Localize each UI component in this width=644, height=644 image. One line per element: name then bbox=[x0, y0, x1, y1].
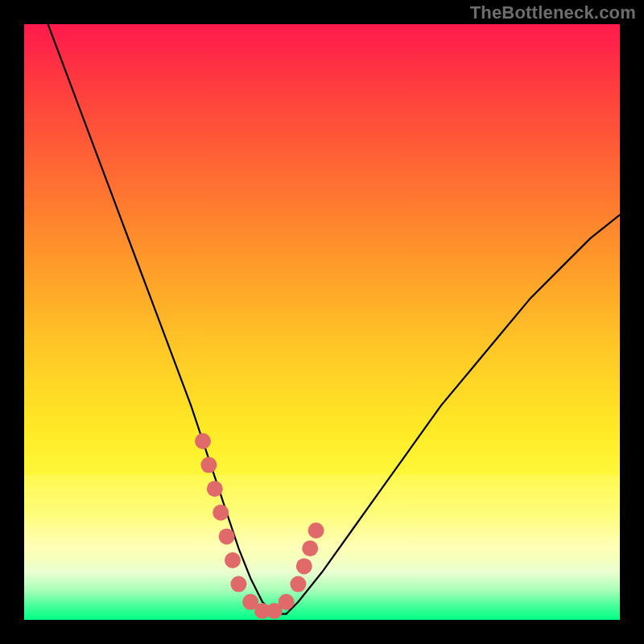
marker-dot bbox=[296, 558, 312, 574]
marker-dot bbox=[290, 576, 306, 592]
bottleneck-curve bbox=[48, 24, 620, 614]
marker-dot bbox=[279, 594, 295, 610]
marker-dot bbox=[213, 505, 229, 521]
marker-dot bbox=[230, 576, 246, 592]
marker-dots bbox=[195, 433, 324, 619]
chart-frame: TheBottleneck.com bbox=[0, 0, 644, 644]
marker-dot bbox=[302, 540, 318, 556]
watermark-text: TheBottleneck.com bbox=[470, 2, 636, 23]
marker-dot bbox=[308, 522, 324, 539]
chart-svg bbox=[24, 24, 620, 620]
marker-dot bbox=[207, 481, 223, 497]
marker-dot bbox=[195, 433, 211, 449]
marker-dot bbox=[225, 552, 241, 568]
marker-dot bbox=[219, 528, 235, 544]
marker-dot bbox=[200, 457, 217, 473]
